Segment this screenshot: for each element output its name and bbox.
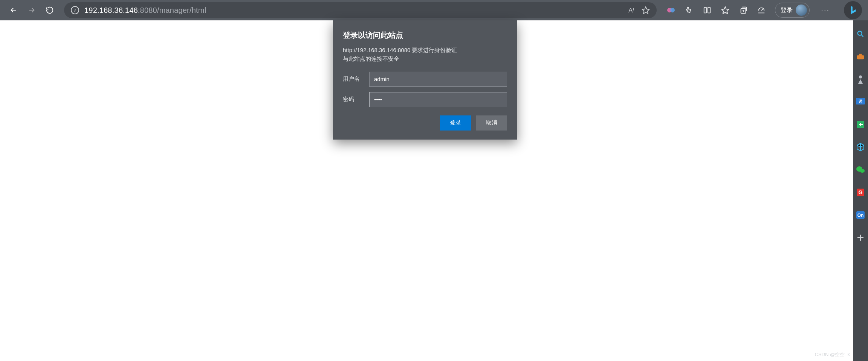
favorites-icon[interactable]: [721, 6, 730, 15]
svg-point-5: [858, 31, 862, 35]
browser-toolbar: i 192.168.36.146:8080/manager/html A⁾ 登录: [0, 0, 868, 20]
cancel-button[interactable]: 取消: [476, 115, 507, 131]
svg-rect-7: [859, 54, 862, 56]
profile-login-button[interactable]: 登录: [775, 3, 810, 18]
sidebar-cube-icon[interactable]: [855, 142, 866, 152]
toolbar-actions: 登录 ···: [663, 1, 862, 19]
password-row: 密码: [343, 92, 507, 107]
sidebar-search-icon[interactable]: [855, 29, 866, 39]
url-host: 192.168.36.146: [84, 6, 138, 14]
watermark: CSDN @空空_k: [815, 351, 850, 358]
svg-text:词: 词: [858, 99, 862, 103]
url-path: :8080/manager/html: [138, 6, 206, 14]
edge-sidebar: 词 G On: [853, 20, 868, 361]
login-button[interactable]: 登录: [440, 115, 471, 131]
sidebar-tools-icon[interactable]: [855, 51, 866, 62]
sidebar-wechat-icon[interactable]: [855, 164, 866, 175]
refresh-button[interactable]: [42, 3, 57, 18]
http-auth-dialog: 登录以访问此站点 http://192.168.36.146:8080 要求进行…: [333, 20, 517, 140]
svg-rect-2: [704, 8, 706, 13]
svg-rect-3: [708, 8, 710, 13]
more-menu-button[interactable]: ···: [819, 6, 832, 15]
performance-icon[interactable]: [757, 6, 766, 15]
username-label: 用户名: [343, 75, 369, 83]
avatar-icon: [796, 5, 807, 16]
profile-login-label: 登录: [781, 6, 793, 14]
sidebar-translate-icon[interactable]: 词: [855, 97, 866, 107]
svg-text:G: G: [859, 189, 863, 195]
username-input[interactable]: [369, 72, 507, 87]
site-info-icon[interactable]: i: [71, 6, 79, 14]
svg-point-8: [859, 75, 862, 78]
svg-text:On: On: [857, 213, 864, 218]
dialog-message-line1: http://192.168.36.146:8080 要求进行身份验证: [343, 47, 457, 53]
back-button[interactable]: [6, 3, 21, 18]
copilot-icon[interactable]: [666, 6, 675, 15]
extensions-icon[interactable]: [685, 6, 694, 15]
url-text: 192.168.36.146:8080/manager/html: [84, 6, 206, 15]
sidebar-gdoc-icon[interactable]: G: [855, 187, 866, 198]
split-screen-icon[interactable]: [703, 6, 712, 15]
password-label: 密码: [343, 96, 369, 103]
svg-rect-6: [857, 55, 864, 59]
sidebar-onenote-icon[interactable]: On: [855, 210, 866, 220]
sidebar-games-icon[interactable]: [855, 74, 866, 84]
svg-point-13: [860, 169, 865, 173]
favorite-icon[interactable]: [642, 6, 650, 14]
sidebar-add-icon[interactable]: [855, 232, 866, 243]
svg-point-1: [670, 8, 675, 12]
read-aloud-icon[interactable]: A⁾: [628, 6, 634, 14]
username-row: 用户名: [343, 72, 507, 87]
bing-button[interactable]: [844, 1, 862, 19]
collections-icon[interactable]: [739, 6, 748, 15]
sidebar-share-icon[interactable]: [855, 119, 866, 130]
password-input[interactable]: [369, 92, 507, 107]
dialog-message-line2: 与此站点的连接不安全: [343, 55, 399, 62]
address-bar[interactable]: i 192.168.36.146:8080/manager/html A⁾: [64, 2, 657, 18]
forward-button[interactable]: [24, 3, 39, 18]
dialog-message: http://192.168.36.146:8080 要求进行身份验证 与此站点…: [343, 46, 507, 63]
dialog-title: 登录以访问此站点: [343, 30, 507, 40]
dialog-actions: 登录 取消: [343, 115, 507, 131]
